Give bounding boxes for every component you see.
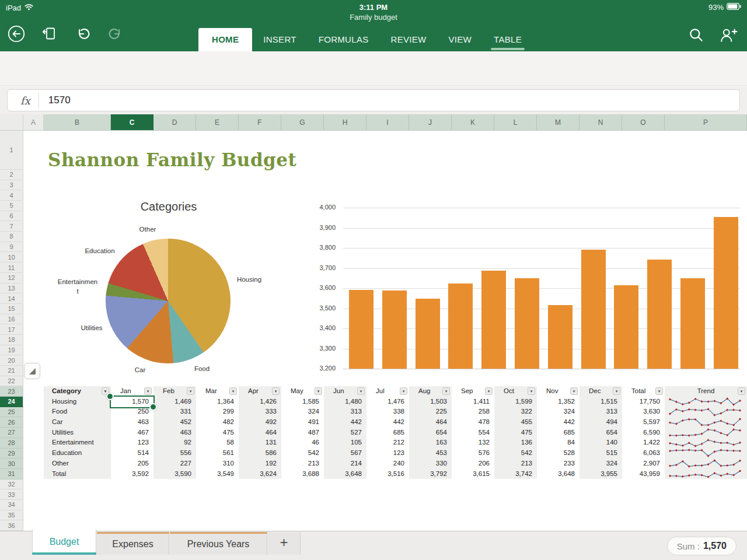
cell-apr-car[interactable]: 492 [239, 417, 281, 428]
cell-jan-car[interactable]: 463 [111, 417, 153, 428]
cell-nov-education[interactable]: 528 [537, 448, 580, 459]
redo-button[interactable] [106, 24, 125, 43]
row-header-26[interactable]: 26 [0, 417, 23, 428]
cell-category-other[interactable]: Other [44, 459, 111, 469]
selection-handle-bottom-right[interactable] [149, 403, 157, 411]
cell-dec-food[interactable]: 313 [580, 407, 622, 417]
row-header-6[interactable]: 6 [0, 211, 23, 222]
cell-category-housing[interactable]: Housing [44, 397, 111, 407]
cell-may-food[interactable]: 324 [281, 407, 324, 417]
cell-apr-education[interactable]: 586 [239, 448, 281, 459]
sparkline-entertainment[interactable] [665, 438, 747, 448]
filter-button-mar[interactable]: ▾ [229, 387, 237, 395]
cell-oct-car[interactable]: 455 [494, 417, 537, 428]
cell-sep-housing[interactable]: 1,411 [452, 397, 494, 407]
ribbon-tab-view[interactable]: VIEW [437, 28, 483, 51]
cell-aug-housing[interactable]: 1,503 [409, 397, 452, 407]
column-header-K[interactable]: K [452, 114, 494, 131]
table-header-feb[interactable]: Feb▾ [153, 386, 196, 397]
cell-jun-food[interactable]: 313 [324, 407, 366, 417]
cell-total-total[interactable]: 43,959 [622, 469, 665, 480]
table-header-jul[interactable]: Jul▾ [366, 386, 409, 397]
table-header-aug[interactable]: Aug▾ [409, 386, 452, 397]
ribbon-tab-home[interactable]: HOME [198, 28, 252, 51]
table-header-mar[interactable]: Mar▾ [196, 386, 239, 397]
cell-total-education[interactable]: 6,063 [622, 448, 665, 459]
cell-jun-education[interactable]: 567 [324, 448, 366, 459]
sparkline-car[interactable] [665, 417, 747, 428]
cell-feb-car[interactable]: 452 [153, 417, 196, 428]
cell-mar-housing[interactable]: 1,364 [196, 397, 239, 407]
cell-may-entertainment[interactable]: 46 [281, 438, 324, 448]
cell-sep-other[interactable]: 206 [452, 459, 494, 469]
cell-dec-other[interactable]: 324 [580, 459, 622, 469]
cell-total-entertainment[interactable]: 1,422 [622, 438, 665, 448]
cell-feb-housing[interactable]: 1,469 [153, 397, 196, 407]
row-header-35[interactable]: 35 [0, 510, 23, 521]
cell-jun-car[interactable]: 442 [324, 417, 366, 428]
ribbon-tab-review[interactable]: REVIEW [380, 28, 438, 51]
cell-jan-entertainment[interactable]: 123 [111, 438, 153, 448]
cell-oct-food[interactable]: 322 [494, 407, 537, 417]
cell-sep-total[interactable]: 3,615 [452, 469, 494, 480]
table-header-may[interactable]: May▾ [281, 386, 324, 397]
ribbon-tab-insert[interactable]: INSERT [252, 28, 308, 51]
cell-category-entertainment[interactable]: Entertainment [44, 438, 111, 448]
select-all-corner[interactable] [0, 114, 23, 131]
search-button[interactable] [686, 26, 706, 44]
cell-aug-education[interactable]: 453 [409, 448, 452, 459]
cell-jan-other[interactable]: 205 [111, 459, 153, 469]
cell-apr-entertainment[interactable]: 131 [239, 438, 281, 448]
cell-nov-car[interactable]: 442 [537, 417, 580, 428]
sparkline-education[interactable] [665, 448, 747, 459]
add-sheet-button[interactable]: + [268, 532, 301, 555]
cell-jun-housing[interactable]: 1,480 [324, 397, 366, 407]
row-header-28[interactable]: 28 [0, 438, 23, 449]
cell-may-car[interactable]: 491 [281, 417, 324, 428]
cell-jul-entertainment[interactable]: 212 [366, 438, 409, 448]
cell-may-housing[interactable]: 1,585 [281, 397, 324, 407]
row-header-12[interactable]: 12 [0, 273, 23, 284]
cell-mar-utilities[interactable]: 475 [196, 428, 239, 438]
sparkline-food[interactable] [665, 407, 747, 417]
cell-mar-education[interactable]: 561 [196, 448, 239, 459]
table-header-nov[interactable]: Nov▾ [537, 386, 580, 397]
row-header-16[interactable]: 16 [0, 314, 23, 325]
row-header-17[interactable]: 17 [0, 324, 23, 335]
table-header-sep[interactable]: Sep▾ [452, 386, 494, 397]
table-header-jun[interactable]: Jun▾ [324, 386, 366, 397]
cell-jun-other[interactable]: 214 [324, 459, 366, 469]
column-header-G[interactable]: G [281, 114, 324, 131]
sparkline-utilities[interactable] [665, 428, 747, 438]
cell-mar-food[interactable]: 299 [196, 407, 239, 417]
sheet-tab-budget[interactable]: Budget [32, 529, 96, 555]
cell-dec-entertainment[interactable]: 140 [580, 438, 622, 448]
row-header-13[interactable]: 13 [0, 284, 23, 294]
cell-feb-food[interactable]: 331 [153, 407, 196, 417]
column-header-J[interactable]: J [409, 114, 452, 131]
column-header-C[interactable]: C [111, 114, 153, 131]
row-header-20[interactable]: 20 [0, 355, 23, 366]
cell-feb-entertainment[interactable]: 92 [153, 438, 196, 448]
cell-sep-car[interactable]: 478 [452, 417, 494, 428]
undo-button[interactable] [73, 24, 93, 43]
share-people-button[interactable] [718, 26, 738, 44]
row-header-7[interactable]: 7 [0, 221, 23, 232]
row-header-10[interactable]: 10 [0, 252, 23, 262]
filter-button-apr[interactable]: ▾ [272, 387, 280, 395]
pie-chart[interactable] [106, 239, 231, 363]
cell-jul-food[interactable]: 338 [366, 407, 409, 417]
back-button[interactable] [6, 24, 26, 43]
row-header-21[interactable]: 21 [0, 366, 23, 376]
column-header-B[interactable]: B [44, 114, 111, 131]
row-header-18[interactable]: 18 [0, 335, 23, 345]
cell-jan-education[interactable]: 514 [111, 448, 153, 459]
cell-nov-food[interactable]: 324 [537, 407, 580, 417]
row-header-3[interactable]: 3 [0, 180, 23, 191]
cell-apr-utilities[interactable]: 464 [239, 428, 281, 438]
row-header-31[interactable]: 31 [0, 469, 23, 480]
formula-bar-value[interactable]: 1570 [39, 94, 71, 106]
cell-oct-entertainment[interactable]: 136 [494, 438, 537, 448]
cell-jul-education[interactable]: 123 [366, 448, 409, 459]
cell-aug-total[interactable]: 3,792 [409, 469, 452, 480]
